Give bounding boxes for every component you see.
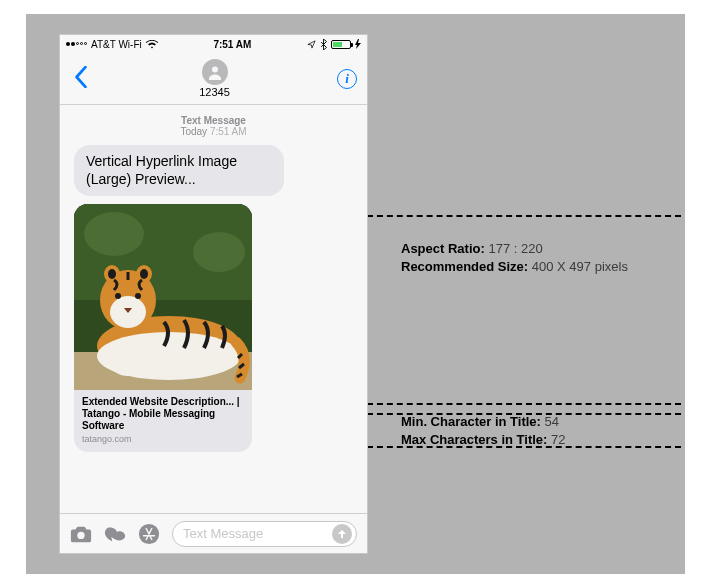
max-char-value: 72 <box>551 432 565 447</box>
preview-title: Extended Website Description... | Tatang… <box>82 396 244 432</box>
message-input-bar: Text Message <box>60 513 367 553</box>
status-bar: AT&T Wi-Fi 7:51 AM <box>60 35 367 53</box>
canvas-background: Aspect Ratio: 177 : 220 Recommended Size… <box>26 14 685 574</box>
svg-point-16 <box>112 356 144 376</box>
carrier-label: AT&T Wi-Fi <box>91 39 142 50</box>
arrow-up-icon <box>337 529 347 539</box>
link-preview-card[interactable]: Extended Website Description... | Tatang… <box>74 204 252 452</box>
avatar-icon <box>202 59 228 85</box>
charging-icon <box>355 39 361 49</box>
phone-frame: AT&T Wi-Fi 7:51 AM 12345 <box>59 34 368 554</box>
wifi-icon <box>146 40 158 49</box>
svg-point-0 <box>212 67 218 73</box>
chat-body: Text Message Today 7:51 AM Vertical Hype… <box>60 105 367 513</box>
svg-point-17 <box>142 359 170 377</box>
preview-text-area: Extended Website Description... | Tatang… <box>74 390 252 452</box>
signal-dots-icon <box>66 42 87 46</box>
back-button[interactable] <box>70 66 92 92</box>
min-char-value: 54 <box>545 414 559 429</box>
send-button[interactable] <box>332 524 352 544</box>
location-icon <box>307 40 316 49</box>
bluetooth-icon <box>320 39 327 50</box>
min-char-label: Min. Character in Title: <box>401 414 541 429</box>
svg-point-18 <box>77 531 84 538</box>
svg-point-12 <box>108 269 116 279</box>
annotation-image: Aspect Ratio: 177 : 220 Recommended Size… <box>401 240 677 276</box>
camera-icon[interactable] <box>70 523 92 545</box>
info-button[interactable]: i <box>337 69 357 89</box>
appstore-icon[interactable] <box>138 523 160 545</box>
message-input[interactable]: Text Message <box>172 521 357 547</box>
timestamp-date: Today <box>180 126 207 137</box>
timestamp-label: Text Message <box>60 115 367 126</box>
svg-point-14 <box>115 293 121 299</box>
message-placeholder: Text Message <box>183 526 263 541</box>
svg-point-3 <box>84 212 144 256</box>
message-timestamp: Text Message Today 7:51 AM <box>60 115 367 137</box>
preview-domain: tatango.com <box>82 434 244 444</box>
battery-icon <box>331 40 351 49</box>
preview-image <box>74 204 252 390</box>
recommended-size-label: Recommended Size: <box>401 259 528 274</box>
svg-point-13 <box>140 269 148 279</box>
incoming-message-bubble[interactable]: Vertical Hyperlink Image (Large) Preview… <box>74 145 284 196</box>
timestamp-time: 7:51 AM <box>210 126 247 137</box>
contact-name: 12345 <box>92 86 337 98</box>
svg-point-15 <box>135 293 141 299</box>
annotation-title: Min. Character in Title: 54 Max Characte… <box>401 413 677 449</box>
max-char-label: Max Characters in Title: <box>401 432 547 447</box>
info-icon: i <box>337 69 357 89</box>
status-time: 7:51 AM <box>213 39 251 50</box>
aspect-ratio-value: 177 : 220 <box>488 241 542 256</box>
svg-point-4 <box>193 232 245 272</box>
aspect-ratio-label: Aspect Ratio: <box>401 241 485 256</box>
nav-bar: 12345 i <box>60 53 367 105</box>
message-text: Vertical Hyperlink Image (Large) Preview… <box>86 153 237 187</box>
digital-touch-icon[interactable] <box>104 523 126 545</box>
contact-header[interactable]: 12345 <box>92 59 337 98</box>
recommended-size-value: 400 X 497 pixels <box>532 259 628 274</box>
